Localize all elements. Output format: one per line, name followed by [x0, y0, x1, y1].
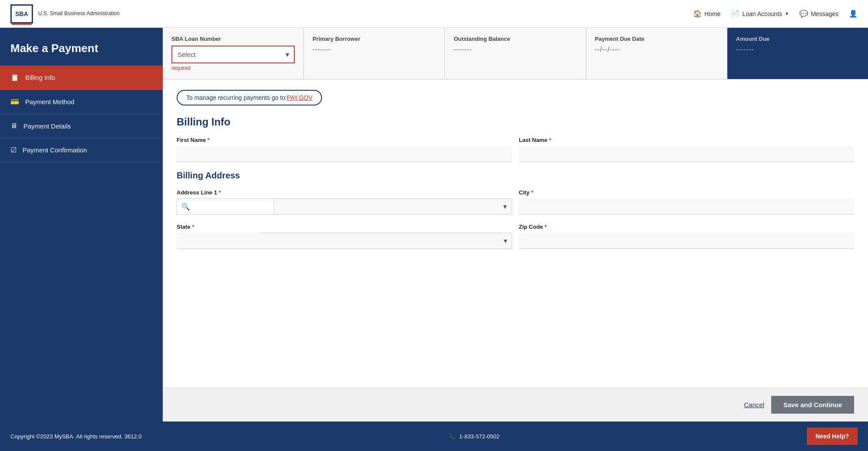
zip-input[interactable] [519, 233, 855, 249]
outstanding-balance-value: ------- [454, 46, 577, 53]
state-text-input[interactable] [177, 233, 260, 249]
page-header: SBA U.S. Small Business Administration 🏠… [0, 0, 868, 28]
name-row: First Name * Last Name * [177, 137, 854, 162]
phone-icon: 📞 [449, 433, 456, 440]
chevron-down-icon: ▼ [785, 11, 789, 16]
pay-gov-link[interactable]: PAY.GOV [287, 94, 312, 101]
clipboard-icon: 📋 [10, 73, 19, 82]
state-label: State * [177, 224, 512, 230]
nav-messages[interactable]: 💬 Messages [799, 10, 838, 18]
required-text: required [171, 65, 295, 71]
checkmark-icon: ☑ [10, 146, 16, 154]
phone-section: 📞 1-833-572-0502 [449, 433, 500, 440]
sidebar: Make a Payment 📋 Billing Info 💳 Payment … [0, 28, 163, 421]
nav-user[interactable]: 👤 [849, 10, 858, 18]
city-group: City * [519, 189, 855, 215]
action-row: Cancel Save and Continue [163, 388, 868, 421]
phone-number: 1-833-572-0502 [459, 433, 500, 440]
main-layout: Make a Payment 📋 Billing Info 💳 Payment … [0, 28, 868, 421]
first-name-input[interactable] [177, 146, 512, 162]
state-select-wrap: ▼ [260, 233, 512, 249]
outstanding-balance-label: Outstanding Balance [454, 36, 577, 42]
sba-loan-select-wrap: Select ▼ [171, 46, 295, 63]
zip-label: Zip Code * [519, 224, 855, 230]
payment-due-date-value: --/--/---- [595, 46, 718, 53]
info-card-amount-due: Amount Due ------- [727, 28, 868, 79]
messages-icon: 💬 [799, 10, 808, 18]
form-content: To manage recurring payments go to: PAY.… [163, 79, 868, 388]
sidebar-item-billing-info[interactable]: 📋 Billing Info [0, 66, 163, 90]
nav-home[interactable]: 🏠 Home [693, 10, 720, 18]
billing-info-title: Billing Info [177, 116, 854, 128]
sidebar-item-payment-confirmation[interactable]: ☑ Payment Confirmation [0, 138, 163, 162]
amount-due-label: Amount Due [736, 36, 859, 42]
address-search-input[interactable] [194, 199, 274, 214]
user-icon: 👤 [849, 10, 858, 18]
home-icon: 🏠 [693, 10, 702, 18]
cancel-button[interactable]: Cancel [744, 401, 764, 408]
sidebar-nav: 📋 Billing Info 💳 Payment Method 🖥 Paymen… [0, 66, 163, 421]
sidebar-title: Make a Payment [0, 28, 163, 66]
last-name-input[interactable] [519, 146, 855, 162]
info-card-payment-due-date: Payment Due Date --/--/---- [586, 28, 727, 79]
primary-borrower-label: Primary Borrower [312, 36, 436, 42]
address-line1-label: Address Line 1 * [177, 189, 512, 196]
address-line1-group: Address Line 1 * 🔍 ▼ [177, 189, 512, 215]
address-city-row: Address Line 1 * 🔍 ▼ [177, 189, 854, 215]
copyright-text: Copyright ©2023 MySBA. All rights reserv… [10, 433, 141, 440]
amount-due-value: ------- [736, 46, 859, 53]
main-nav: 🏠 Home 📄 Loan Accounts ▼ 💬 Messages 👤 [693, 10, 858, 18]
info-card-outstanding-balance: Outstanding Balance ------- [445, 28, 586, 79]
payment-due-date-label: Payment Due Date [595, 36, 718, 42]
last-name-label: Last Name * [519, 137, 855, 143]
sba-logo: SBA [10, 4, 33, 23]
info-card-primary-borrower: Primary Borrower ------- [304, 28, 445, 79]
address-select-wrap: ▼ [274, 199, 512, 214]
notice-banner: To manage recurring payments go to: PAY.… [177, 90, 322, 105]
address-dropdown[interactable] [274, 199, 512, 214]
billing-address-title: Billing Address [177, 171, 854, 181]
city-input[interactable] [519, 198, 855, 214]
page-footer: Copyright ©2023 MySBA. All rights reserv… [0, 421, 868, 451]
state-group: State * ▼ [177, 224, 512, 249]
need-help-button[interactable]: Need Help? [807, 428, 858, 445]
document-icon: 📄 [731, 10, 740, 18]
sba-loan-number-label: SBA Loan Number [171, 36, 295, 42]
org-name: U.S. Small Business Administration [38, 10, 119, 17]
first-name-label: First Name * [177, 137, 512, 143]
address-line1-wrap: 🔍 ▼ [177, 198, 512, 215]
save-continue-button[interactable]: Save and Continue [771, 396, 854, 414]
content-area: SBA Loan Number Select ▼ required Primar… [163, 28, 868, 421]
logo-section: SBA U.S. Small Business Administration [10, 4, 119, 23]
info-card-sba-loan-number: SBA Loan Number Select ▼ required [163, 28, 304, 79]
sba-loan-select[interactable]: Select [171, 46, 295, 63]
info-cards-row: SBA Loan Number Select ▼ required Primar… [163, 28, 868, 79]
primary-borrower-value: ------- [312, 46, 436, 53]
state-wrap: ▼ [177, 233, 512, 249]
sidebar-item-payment-method[interactable]: 💳 Payment Method [0, 90, 163, 114]
search-location-icon: 🔍 [181, 203, 190, 211]
city-label: City * [519, 189, 855, 196]
monitor-icon: 🖥 [10, 122, 17, 130]
zip-group: Zip Code * [519, 224, 855, 249]
nav-loan-accounts[interactable]: 📄 Loan Accounts ▼ [731, 10, 789, 18]
address-search-icon-wrap: 🔍 [177, 199, 194, 214]
sidebar-item-payment-details[interactable]: 🖥 Payment Details [0, 114, 163, 138]
state-zip-row: State * ▼ Zip Code * [177, 224, 854, 249]
state-select[interactable] [260, 233, 512, 249]
credit-card-icon: 💳 [10, 98, 19, 106]
last-name-group: Last Name * [519, 137, 855, 162]
first-name-group: First Name * [177, 137, 512, 162]
